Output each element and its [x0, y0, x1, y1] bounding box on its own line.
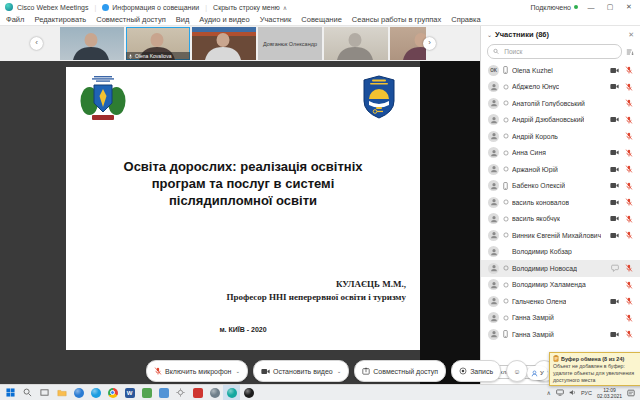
camera-on-icon[interactable] [610, 199, 619, 206]
mic-muted-icon[interactable] [625, 116, 633, 124]
mic-muted-icon[interactable] [625, 66, 633, 74]
camera-on-icon[interactable] [610, 298, 619, 305]
mic-muted-icon[interactable] [625, 165, 633, 173]
hide-menu-label[interactable]: Скрыть строку меню [213, 4, 280, 11]
mic-muted-icon[interactable] [625, 264, 633, 272]
unmute-mic-button[interactable]: Включить микрофон ⌄ [146, 360, 248, 382]
participant-row[interactable]: василь якобчук [481, 211, 640, 228]
participant-row[interactable]: Андрій Король [481, 128, 640, 145]
app-blue-round-icon[interactable] [70, 385, 87, 400]
sort-list-icon[interactable] [626, 48, 634, 56]
camera-on-icon[interactable] [610, 232, 619, 239]
participant-row[interactable]: OKOlena Kuzhel [481, 62, 640, 79]
video-tile[interactable] [60, 27, 124, 60]
menu-item[interactable]: Аудио и видео [199, 15, 249, 24]
filmstrip-next-button[interactable]: › [423, 37, 436, 50]
camera-on-icon[interactable] [610, 331, 619, 338]
chevron-down-icon[interactable]: ⌄ [337, 368, 342, 374]
menu-item[interactable]: Файл [6, 15, 24, 24]
panel-close-icon[interactable]: ✕ [628, 31, 634, 39]
display-icon[interactable] [556, 389, 564, 396]
mic-muted-icon[interactable] [625, 215, 633, 223]
participant-row[interactable]: Гальченко Олена [481, 293, 640, 310]
participant-row[interactable]: Андрій Дзюбановський [481, 112, 640, 129]
participant-row[interactable]: Аржаной Юрій [481, 161, 640, 178]
mic-muted-icon[interactable] [625, 297, 633, 305]
mic-muted-icon[interactable] [625, 182, 633, 190]
file-explorer-icon[interactable] [53, 385, 70, 400]
camera-on-icon[interactable] [610, 67, 619, 74]
participant-row[interactable]: Володимир Кобзар [481, 244, 640, 261]
recorder-icon[interactable] [240, 385, 257, 400]
edge-icon[interactable] [87, 385, 104, 400]
camera-on-icon[interactable] [610, 182, 619, 189]
chevron-up-icon[interactable]: ∧ [283, 4, 287, 11]
camera-on-icon[interactable] [610, 149, 619, 156]
participant-row[interactable]: Винник Євгеній Михайлович [481, 227, 640, 244]
video-tile[interactable]: Olena Kovaliova [126, 27, 190, 60]
participant-row[interactable]: Анатолій Голубовський [481, 95, 640, 112]
participant-row[interactable]: Ганна Замрій [481, 326, 640, 343]
close-button[interactable]: ✕ [623, 3, 635, 11]
menu-item[interactable]: Сеансы работы в группах [352, 15, 441, 24]
filmstrip-prev-button[interactable]: ‹ [30, 37, 43, 50]
camera-on-icon[interactable] [610, 83, 619, 90]
mic-muted-icon[interactable] [625, 330, 633, 338]
speaker-icon[interactable] [569, 389, 576, 396]
task-view-icon[interactable] [36, 385, 53, 400]
participant-row[interactable]: василь коновалов [481, 194, 640, 211]
participant-row[interactable]: Бабенко Олексій [481, 178, 640, 195]
word-icon[interactable]: W [121, 385, 138, 400]
menu-item[interactable]: Совместный доступ [96, 15, 165, 24]
record-button[interactable]: Запись [451, 360, 501, 382]
app-gray-round-icon[interactable] [206, 385, 223, 400]
mail-icon[interactable] [155, 385, 172, 400]
mic-muted-icon[interactable] [625, 314, 633, 322]
menu-item[interactable]: Совещание [301, 15, 342, 24]
video-tile-name-card[interactable]: Довганюк Олександр [258, 27, 322, 60]
tray-chevron-up-icon[interactable]: ∧ [547, 389, 551, 396]
start-icon[interactable] [2, 385, 19, 400]
participant-row[interactable]: Анна Синя [481, 145, 640, 162]
reactions-button[interactable]: ☺ [506, 360, 528, 382]
camera-on-icon[interactable] [610, 215, 619, 222]
meeting-info-label[interactable]: Информация о совещании [112, 4, 199, 11]
minimize-button[interactable]: — [585, 4, 597, 11]
app-red-icon[interactable] [189, 385, 206, 400]
mic-muted-icon[interactable] [625, 231, 633, 239]
menu-item[interactable]: Справка [451, 15, 480, 24]
tray-language[interactable]: РУС [581, 390, 592, 396]
menu-item[interactable]: Вид [176, 15, 190, 24]
camera-on-icon[interactable] [610, 116, 619, 123]
video-tile[interactable] [390, 27, 426, 60]
collapse-caret-icon[interactable]: ⌄ [487, 31, 492, 38]
video-tile[interactable] [324, 27, 388, 60]
search-input[interactable] [502, 47, 616, 56]
search-input-wrapper[interactable] [487, 44, 622, 59]
participants-toggle-toast[interactable]: У [527, 366, 548, 380]
video-tile[interactable] [192, 27, 256, 60]
mic-muted-icon[interactable] [625, 83, 633, 91]
mic-muted-icon[interactable] [625, 132, 633, 140]
mic-muted-icon[interactable] [625, 99, 633, 107]
mic-muted-icon[interactable] [625, 149, 633, 157]
menu-item[interactable]: Редактировать [34, 15, 86, 24]
participant-row[interactable]: Володимир Халаменда [481, 277, 640, 294]
settings-icon[interactable] [172, 385, 189, 400]
camera-on-icon[interactable] [610, 166, 619, 173]
tray-clock[interactable]: 12:09 02.03.2021 [597, 387, 622, 399]
participant-row[interactable]: Володимир Новосад [481, 260, 640, 277]
share-content-button[interactable]: Совместный доступ [354, 360, 446, 382]
mic-muted-icon[interactable] [625, 198, 633, 206]
chevron-down-icon[interactable]: ⌄ [235, 368, 240, 374]
maximize-button[interactable]: ▢ [604, 3, 616, 11]
chrome-icon[interactable] [104, 385, 121, 400]
menu-item[interactable]: Участник [260, 15, 292, 24]
participant-row[interactable]: Ганна Замрій [481, 310, 640, 327]
webex-icon[interactable] [223, 385, 240, 400]
stop-video-button[interactable]: Остановить видео ⌄ [253, 360, 349, 382]
notifications-icon[interactable] [627, 389, 635, 397]
photos-icon[interactable] [138, 385, 155, 400]
chat-bubble-icon[interactable] [611, 264, 619, 272]
participant-row[interactable]: Абджело Юнус [481, 79, 640, 96]
